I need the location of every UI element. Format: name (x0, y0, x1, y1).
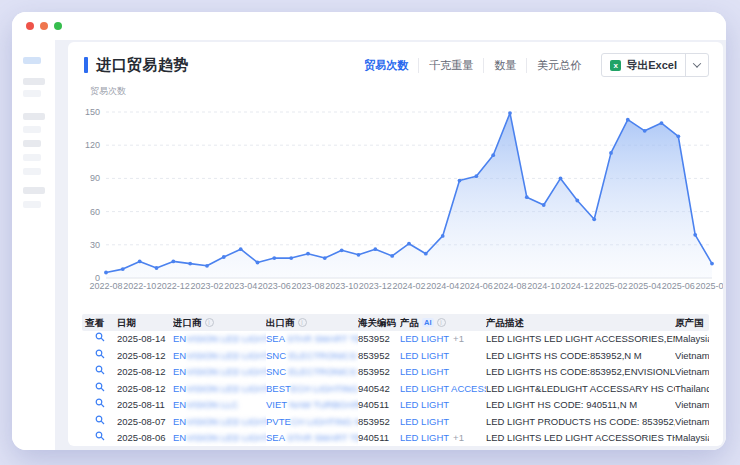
exporter-cell: PVTECH LIGHTING NEW VI... (266, 414, 358, 431)
svg-text:2024-12: 2024-12 (561, 281, 594, 291)
sidebar-item[interactable] (23, 154, 41, 161)
description-cell: LED LIGHTS HS CODE:853952,ENVISIONLED (486, 364, 675, 381)
product-link[interactable]: LED LIGHT (400, 366, 449, 377)
company-link[interactable]: BEST (266, 383, 291, 394)
company-link[interactable]: SNC (266, 350, 289, 361)
company-link[interactable]: EN (173, 383, 186, 394)
table-row: 2025-08-12ENVISION LED LIGHTING L...SNC … (82, 364, 709, 381)
view-search-icon[interactable] (95, 431, 105, 441)
trade-table: 查看日期进口商i出口商i海关编码产品AIi产品描述原产国 2025-08-14E… (82, 314, 709, 446)
export-excel-button[interactable]: x 导出Excel (601, 53, 709, 77)
table-row: 2025-08-12ENVISION LED LIGHTING L...SNC … (82, 348, 709, 365)
svg-text:2023-12: 2023-12 (359, 281, 392, 291)
sidebar-item[interactable] (23, 187, 45, 194)
sidebar-item[interactable] (23, 90, 41, 97)
view-search-icon[interactable] (95, 382, 105, 392)
product-link[interactable]: LED LIGHT (400, 399, 449, 410)
importer-cell: ENVISION LED LIGHTING L... (173, 414, 266, 431)
sidebar-item-active[interactable] (23, 57, 41, 64)
info-icon[interactable]: i (437, 318, 446, 327)
company-link[interactable]: EN (173, 366, 186, 377)
view-cell (82, 414, 117, 431)
company-link[interactable]: VIET (266, 399, 290, 410)
company-link[interactable]: EN (173, 399, 186, 410)
sidebar-item[interactable] (23, 140, 41, 147)
svg-text:30: 30 (90, 240, 100, 250)
blurred-company-name: NAM TURBOARDE (290, 399, 358, 410)
ai-badge: AI (422, 318, 434, 327)
tab-metric-0[interactable]: 贸易次数 (354, 58, 418, 73)
export-dropdown-button[interactable] (686, 53, 708, 77)
view-search-icon[interactable] (95, 398, 105, 408)
view-search-icon[interactable] (95, 415, 105, 425)
column-header-7: 原产国 (675, 314, 709, 331)
blurred-company-name: ELECTRONICS VI (289, 366, 358, 377)
company-link[interactable]: SEA (266, 432, 287, 443)
svg-text:2023-10: 2023-10 (325, 281, 358, 291)
importer-cell: ENVISION LED LIGHTING L... (173, 430, 266, 446)
hs-code-cell: 853952 (358, 364, 400, 381)
sidebar-item[interactable] (23, 78, 45, 85)
svg-text:2024-04: 2024-04 (426, 281, 459, 291)
sidebar-item[interactable] (23, 201, 41, 208)
company-link[interactable]: EN (173, 416, 186, 427)
view-search-icon[interactable] (95, 332, 105, 342)
company-link[interactable]: SEA (266, 333, 287, 344)
close-window-icon[interactable] (26, 22, 34, 30)
importer-cell: ENVISION LED LIGHTING L... (173, 348, 266, 365)
product-link[interactable]: LED LIGHT ACCESSORY (400, 383, 486, 394)
product-cell: LED LIGHT (400, 397, 486, 414)
svg-text:120: 120 (85, 140, 100, 150)
product-link[interactable]: LED LIGHT (400, 350, 449, 361)
column-header-6: 产品描述 (486, 314, 675, 331)
column-header-label: 原产国 (675, 314, 704, 331)
tab-metric-2[interactable]: 数量 (483, 58, 526, 73)
column-header-2: 进口商i (173, 314, 266, 331)
origin-country-cell: Vietnam (675, 397, 709, 414)
product-cell: LED LIGHT (400, 414, 486, 431)
tab-metric-1[interactable]: 千克重量 (418, 58, 483, 73)
date-cell: 2025-08-14 (117, 331, 173, 348)
blurred-company-name: VISION LED LIGHTI (186, 366, 266, 377)
main-area: 进口贸易趋势 贸易次数千克重量数量美元总价 x 导出Excel (55, 40, 726, 450)
column-header-label: 进口商 (173, 314, 202, 331)
company-link[interactable]: PVTE (266, 416, 291, 427)
table-row: 2025-08-14ENVISION LED LIGHTING L...SEA … (82, 331, 709, 348)
table-row: 2025-08-07ENVISION LED LIGHTING L...PVTE… (82, 414, 709, 431)
sidebar-item[interactable] (23, 126, 41, 133)
date-cell: 2025-08-12 (117, 348, 173, 365)
minimize-window-icon[interactable] (40, 22, 48, 30)
blurred-company-name: STAR SMART TE (287, 333, 358, 344)
product-link[interactable]: LED LIGHT (400, 416, 449, 427)
table-row: 2025-08-11ENVISION LLCVIET NAM TURBOARDE… (82, 397, 709, 414)
origin-country-cell: Malaysia (675, 331, 709, 348)
svg-text:2022-08: 2022-08 (89, 281, 122, 291)
origin-country-cell: Vietnam (675, 364, 709, 381)
company-link[interactable]: EN (173, 333, 186, 344)
view-search-icon[interactable] (95, 349, 105, 359)
company-link[interactable]: SNC (266, 366, 289, 377)
view-search-icon[interactable] (95, 365, 105, 375)
chevron-down-icon (693, 59, 701, 67)
hs-code-cell: 853952 (358, 414, 400, 431)
sidebar-item[interactable] (23, 113, 45, 120)
product-cell: LED LIGHT ACCESSORY (400, 381, 486, 398)
blurred-company-name: VISION LED LIGHTI (186, 350, 266, 361)
hs-code-cell: 940542 (358, 381, 400, 398)
importer-cell: ENVISION LED LIGHTING L... (173, 364, 266, 381)
company-link[interactable]: EN (173, 350, 186, 361)
info-icon[interactable]: i (205, 318, 214, 327)
product-link[interactable]: LED LIGHT (400, 333, 449, 344)
view-cell (82, 348, 117, 365)
tab-metric-3[interactable]: 美元总价 (526, 58, 591, 73)
svg-text:2023-08: 2023-08 (291, 281, 324, 291)
svg-text:2025-02: 2025-02 (594, 281, 627, 291)
maximize-window-icon[interactable] (54, 22, 62, 30)
sidebar-item[interactable] (23, 168, 41, 175)
svg-text:2024-06: 2024-06 (460, 281, 493, 291)
product-link[interactable]: LED LIGHT (400, 432, 449, 443)
company-link[interactable]: EN (173, 432, 186, 443)
description-cell: LED LIGHTS HS CODE:853952,N M (486, 348, 675, 365)
svg-text:150: 150 (85, 107, 100, 117)
info-icon[interactable]: i (298, 318, 307, 327)
